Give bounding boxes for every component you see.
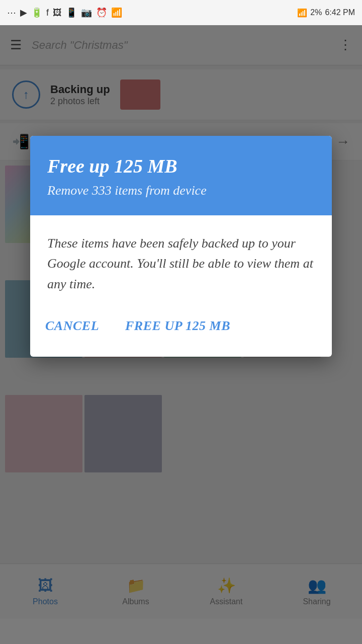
cancel-button[interactable]: CANCEL: [42, 313, 102, 339]
dialog-actions: CANCEL FREE UP 125 MB: [30, 308, 332, 357]
image-icon: 🖼: [53, 8, 62, 18]
status-left: ⋯ ▶ 🔋 f 🖼 📱 📷 ⏰ 📶: [7, 7, 122, 18]
status-bar: ⋯ ▶ 🔋 f 🖼 📱 📷 ⏰ 📶 📶 2% 6:42 PM: [0, 0, 362, 25]
battery-low-icon: 🔋: [31, 7, 42, 18]
camera-icon: 📷: [81, 7, 92, 18]
menu-dots-icon: ⋯: [7, 7, 16, 18]
signal-icon: 📶: [297, 8, 307, 18]
dialog-title: Free up 125 MB: [47, 155, 315, 177]
dialog-header: Free up 125 MB Remove 333 items from dev…: [30, 136, 332, 215]
dialog-subtitle: Remove 333 items from device: [47, 183, 315, 198]
facebook-icon: f: [46, 8, 49, 18]
status-right: 📶 2% 6:42 PM: [297, 8, 355, 18]
battery-percent: 2%: [310, 8, 322, 17]
dialog-body: These items have been safely backed up t…: [30, 215, 332, 308]
freeup-dialog: Free up 125 MB Remove 333 items from dev…: [30, 136, 332, 357]
alarm-icon: ⏰: [96, 7, 107, 18]
freeup-confirm-button[interactable]: FREE UP 125 MB: [122, 313, 233, 339]
wifi-icon: 📶: [111, 7, 122, 18]
play-icon: ▶: [20, 7, 27, 18]
tablet-icon: 📱: [66, 7, 77, 18]
time-display: 6:42 PM: [325, 8, 355, 17]
